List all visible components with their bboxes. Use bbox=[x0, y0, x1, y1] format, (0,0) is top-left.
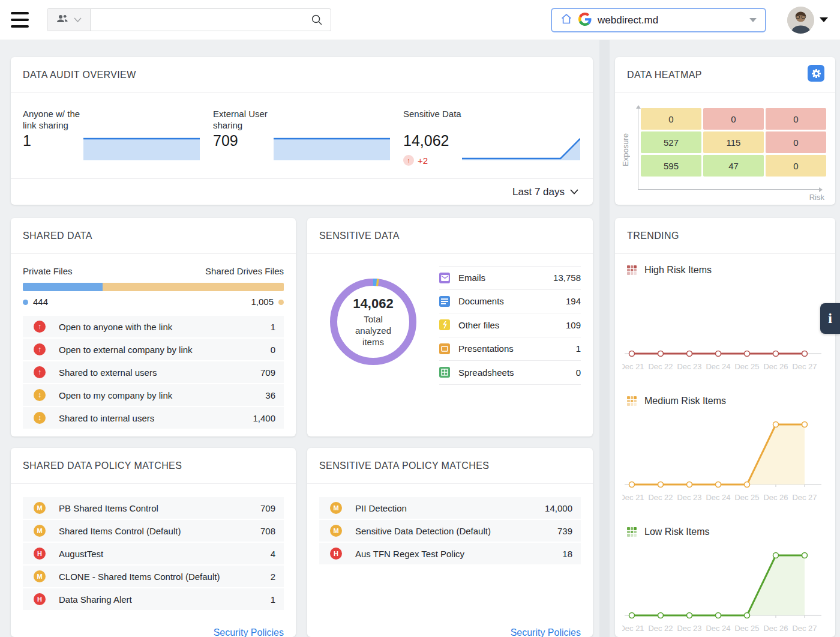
row-value: 1 bbox=[271, 322, 275, 332]
policy-row[interactable]: HAugustTest4 bbox=[23, 543, 284, 564]
row-value: 1 bbox=[271, 594, 275, 605]
search-scope-selector[interactable] bbox=[47, 9, 91, 31]
row-value: 0 bbox=[271, 345, 275, 355]
policy-row[interactable]: HData Sharing Alert1 bbox=[23, 588, 284, 610]
high-risk-grid-icon bbox=[627, 265, 637, 275]
heatmap-settings-button[interactable] bbox=[808, 65, 824, 82]
chevron-down-icon bbox=[74, 14, 82, 25]
search-icon[interactable] bbox=[303, 9, 331, 31]
hamburger-menu-icon[interactable] bbox=[11, 12, 29, 28]
heatmap-y-axis-label: Exposure bbox=[621, 117, 630, 183]
user-menu-caret-icon[interactable] bbox=[820, 17, 828, 22]
metric-label: External User sharing bbox=[213, 108, 284, 131]
severity-M-icon: M bbox=[34, 570, 46, 582]
policy-row[interactable]: MShared Items Control (Default)708 bbox=[23, 520, 284, 542]
shared-data-list: ↑Open to anyone with the link1↑Open to e… bbox=[23, 316, 284, 429]
trending-section-high-risk: High Risk Items Dec 21Dec 22Dec 23Dec 24… bbox=[615, 265, 835, 376]
shared-data-row[interactable]: ↕Shared to internal users1,400 bbox=[23, 407, 284, 429]
sensitive-type-row[interactable]: Documents194 bbox=[439, 290, 581, 314]
row-value: 18 bbox=[562, 549, 572, 559]
time-range-label: Last 7 days bbox=[512, 186, 565, 198]
security-policies-link[interactable]: Security Policies bbox=[214, 627, 284, 637]
sensitive-data-card: SENSITIVE DATA 14,062 Total analyzed ite… bbox=[307, 218, 593, 436]
sensitive-type-row[interactable]: Spreadsheets0 bbox=[439, 361, 581, 385]
row-value: 0 bbox=[576, 367, 581, 378]
medium-risk-grid-icon bbox=[627, 396, 637, 406]
external-user-sparkline bbox=[274, 137, 390, 161]
row-label: Aus TFN Regex Test Policy bbox=[355, 549, 464, 559]
delta-value: +2 bbox=[418, 155, 428, 166]
severity-M-icon: M bbox=[330, 525, 342, 537]
trending-section-low-risk: Low Risk Items Dec 21Dec 22Dec 23Dec 24D… bbox=[615, 527, 835, 637]
info-tab[interactable]: i bbox=[820, 303, 840, 334]
private-files-label: Private Files bbox=[23, 266, 73, 276]
row-value: 708 bbox=[260, 526, 275, 536]
search-input[interactable] bbox=[91, 9, 303, 31]
domain-selector[interactable]: webdirect.md bbox=[551, 8, 766, 32]
row-label: Presentations bbox=[458, 343, 514, 354]
svg-text:Dec 26: Dec 26 bbox=[763, 362, 788, 371]
shared-data-row[interactable]: ↑Shared to external users709 bbox=[23, 361, 284, 383]
arrow-up-icon: ↑ bbox=[34, 321, 46, 333]
security-policies-link[interactable]: Security Policies bbox=[511, 627, 581, 637]
svg-text:Dec 23: Dec 23 bbox=[677, 362, 701, 371]
severity-H-icon: H bbox=[34, 593, 46, 605]
donut-total-value: 14,062 bbox=[353, 296, 393, 312]
high-risk-chart: Dec 21Dec 22Dec 23Dec 24Dec 25Dec 26Dec … bbox=[622, 282, 824, 376]
sensitive-data-sparkline bbox=[462, 137, 580, 161]
severity-M-icon: M bbox=[34, 525, 46, 537]
sensitive-type-row[interactable]: Emails13,758 bbox=[439, 266, 581, 290]
presentations-icon bbox=[439, 343, 450, 354]
heatmap-cell[interactable]: 47 bbox=[703, 155, 764, 177]
row-label: AugustTest bbox=[59, 549, 103, 559]
row-label: Open to anyone with the link bbox=[59, 322, 172, 332]
arrow-up-icon: ↑ bbox=[34, 366, 46, 378]
metric-sensitive-data: Sensitive Data 14,062 ↑ +2 bbox=[403, 108, 583, 119]
row-label: Shared to external users bbox=[59, 367, 157, 378]
card-title: DATA AUDIT OVERVIEW bbox=[11, 57, 593, 93]
policy-row[interactable]: HAus TFN Regex Test Policy18 bbox=[319, 543, 581, 564]
gear-icon bbox=[812, 69, 821, 78]
low-risk-chart: Dec 21Dec 22Dec 23Dec 24Dec 25Dec 26Dec … bbox=[622, 543, 824, 637]
blue-dot-icon bbox=[23, 300, 28, 305]
row-label: CLONE - Shared Items Control (Default) bbox=[59, 572, 220, 582]
svg-text:Dec 25: Dec 25 bbox=[734, 493, 759, 502]
card-title: SHARED DATA bbox=[11, 218, 296, 254]
heatmap-cell[interactable]: 595 bbox=[641, 155, 701, 177]
documents-icon bbox=[439, 296, 450, 307]
arrow-up-icon: ↑ bbox=[34, 343, 46, 355]
sensitive-type-row[interactable]: Presentations1 bbox=[439, 337, 581, 361]
shared-data-row[interactable]: ↕Open to my company by link36 bbox=[23, 384, 284, 406]
svg-text:Dec 27: Dec 27 bbox=[792, 624, 817, 633]
policy-row[interactable]: MPB Shared Items Control709 bbox=[23, 497, 284, 519]
files-ratio-bar bbox=[23, 283, 284, 291]
tan-dot-icon bbox=[278, 300, 284, 305]
row-label: Open to my company by link bbox=[59, 390, 172, 400]
row-label: Sensitive Data Detection (Default) bbox=[355, 526, 491, 536]
heatmap-cell[interactable]: 0 bbox=[641, 108, 701, 130]
policy-row[interactable]: MCLONE - Shared Items Control (Default)2 bbox=[23, 566, 284, 587]
policy-row[interactable]: MSensitive Data Detection (Default)739 bbox=[319, 520, 581, 542]
column-divider bbox=[599, 40, 610, 637]
row-value: 1 bbox=[576, 343, 581, 354]
shared-data-row[interactable]: ↑Open to anyone with the link1 bbox=[23, 316, 284, 337]
heatmap-cell[interactable]: 527 bbox=[641, 131, 701, 153]
sensitive-type-row[interactable]: Other files109 bbox=[439, 313, 581, 337]
row-value: 13,758 bbox=[553, 273, 581, 283]
shared-policy-matches-card: SHARED DATA POLICY MATCHES MPB Shared It… bbox=[11, 448, 296, 637]
time-range-selector[interactable]: Last 7 days bbox=[11, 178, 593, 205]
heatmap-cell[interactable]: 0 bbox=[766, 108, 826, 130]
svg-text:Dec 26: Dec 26 bbox=[763, 493, 788, 502]
heatmap-cell[interactable]: 115 bbox=[703, 131, 764, 153]
heatmap-cell[interactable]: 0 bbox=[703, 108, 764, 130]
heatmap-cell[interactable]: 0 bbox=[766, 131, 826, 153]
shared-drives-label: Shared Drives Files bbox=[205, 266, 284, 276]
avatar[interactable] bbox=[787, 7, 814, 34]
metric-label: Anyone w/ the link sharing bbox=[23, 108, 94, 131]
shared-data-row[interactable]: ↑Open to external company by link0 bbox=[23, 339, 284, 360]
donut-total-label: Total analyzed items bbox=[347, 313, 400, 348]
policy-row[interactable]: MPII Detection14,000 bbox=[319, 497, 581, 519]
heatmap-cell[interactable]: 0 bbox=[766, 155, 826, 177]
metric-label: Sensitive Data bbox=[403, 108, 474, 119]
heatmap-y-axis bbox=[638, 106, 638, 189]
